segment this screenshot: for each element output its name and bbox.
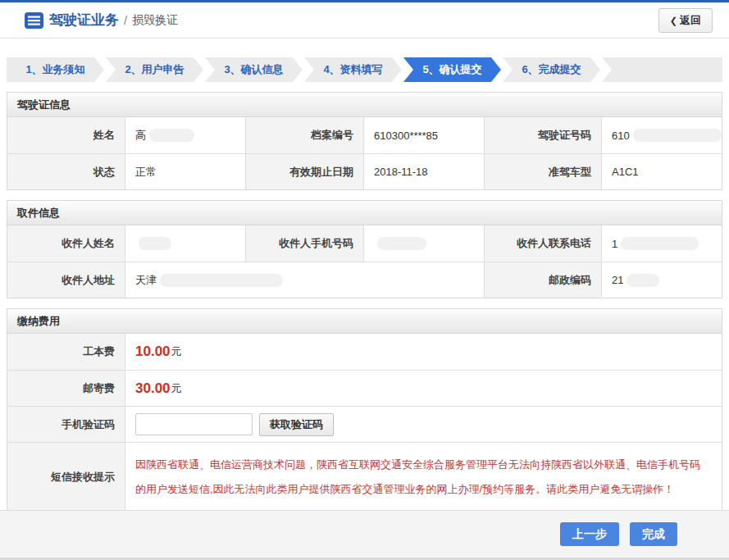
step-progress-bar: 1、业务须知 2、用户申告 3、确认信息 4、资料填写 5、确认提交 6、完成提… (7, 57, 722, 82)
step-5-label: 5、确认提交 (422, 62, 481, 77)
expiry-date-label: 有效期止日期 (246, 154, 364, 189)
vehicle-class-label: 准驾车型 (485, 154, 602, 189)
name-value: 高 (125, 117, 246, 153)
license-business-icon (25, 12, 43, 29)
sms-code-label: 手机验证码 (7, 407, 125, 442)
recipient-phone-value: 1 (602, 225, 722, 262)
redaction-blur (633, 129, 722, 142)
recipient-name-value (125, 225, 246, 262)
production-fee-label: 工本费 (7, 334, 125, 370)
vehicle-class-value: A1C1 (602, 154, 722, 189)
step-1-business-notice: 1、业务须知 (7, 57, 104, 82)
redaction-blur (139, 237, 171, 250)
step-3-label: 3、确认信息 (224, 62, 283, 77)
step-5-confirm-submit-active: 5、确认提交 (403, 57, 501, 82)
sms-code-row: 手机验证码 获取验证码 (7, 406, 722, 442)
sms-code-cell: 获取验证码 (125, 407, 722, 442)
recipient-address-value: 天津 (125, 262, 485, 298)
step-1-label: 1、业务须知 (25, 62, 84, 77)
status-label: 状态 (7, 154, 125, 189)
license-info-section: 驾驶证信息 姓名 高 档案编号 610300****85 驾驶证号码 610 状… (7, 92, 722, 190)
pickup-info-section: 取件信息 收件人姓名 收件人手机号码 收件人联系电话 1 收件人地址 天津 邮政… (7, 200, 722, 298)
recipient-mobile-value (364, 225, 485, 262)
footer-action-bar: 上一步 完成 (0, 510, 729, 558)
pickup-row-1: 收件人姓名 收件人手机号码 收件人联系电话 1 (7, 225, 722, 262)
step-6-label: 6、完成提交 (522, 62, 581, 77)
recipient-phone-label: 收件人联系电话 (485, 225, 602, 262)
production-fee-amount: 10.00 (135, 344, 171, 360)
sms-notice-text: 因陕西省联通、电信运营商技术问题，陕西省互联网交通安全综合服务管理平台无法向持陕… (135, 446, 722, 508)
license-row-1: 姓名 高 档案编号 610300****85 驾驶证号码 610 (7, 117, 722, 153)
payment-section-title: 缴纳费用 (7, 309, 722, 334)
license-section-title: 驾驶证信息 (7, 93, 722, 117)
step-4-label: 4、资料填写 (323, 62, 382, 77)
back-chevron-icon: ❮ (670, 16, 677, 25)
finish-button[interactable]: 完成 (630, 522, 677, 546)
get-sms-code-button[interactable]: 获取验证码 (259, 413, 334, 436)
postage-fee-amount: 30.00 (135, 380, 171, 397)
back-button-label: 返回 (680, 14, 701, 26)
postal-code-label: 邮政编码 (485, 262, 602, 298)
sms-notice-cell: 因陕西省联通、电信运营商技术问题，陕西省互联网交通安全综合服务管理平台无法向持陕… (125, 443, 722, 512)
sms-code-input[interactable] (135, 413, 253, 435)
step-2-label: 2、用户申告 (125, 62, 184, 77)
status-value: 正常 (125, 154, 246, 189)
production-fee-row: 工本费 10.00元 (7, 334, 722, 370)
license-number-value: 610 (602, 117, 722, 153)
recipient-mobile-label: 收件人手机号码 (246, 225, 364, 262)
step-6-complete-submit: 6、完成提交 (503, 57, 600, 82)
redaction-blur (621, 237, 699, 250)
production-fee-unit: 元 (171, 344, 182, 359)
page-header: 驾驶证业务 / 损毁换证 ❮返回 (0, 2, 729, 39)
payment-section: 缴纳费用 工本费 10.00元 邮寄费 30.00元 手机验证码 获取验证码 短… (7, 308, 722, 512)
redaction-blur (377, 237, 426, 250)
postal-code-value: 21 (602, 262, 722, 298)
step-3-confirm-info: 3、确认信息 (205, 57, 303, 82)
postage-fee-value: 30.00元 (125, 371, 722, 406)
back-button[interactable]: ❮返回 (658, 8, 713, 33)
step-2-user-declaration: 2、用户申告 (106, 57, 203, 82)
step-4-fill-data: 4、资料填写 (304, 57, 402, 82)
name-label: 姓名 (7, 117, 125, 153)
production-fee-value: 10.00元 (125, 334, 722, 370)
redaction-blur (160, 274, 283, 287)
recipient-name-label: 收件人姓名 (7, 225, 125, 262)
sms-notice-label: 短信接收提示 (7, 443, 125, 512)
previous-step-button[interactable]: 上一步 (560, 522, 619, 546)
redaction-blur (149, 129, 194, 142)
file-number-value: 610300****85 (364, 117, 485, 153)
expiry-date-value: 2018-11-18 (364, 154, 485, 189)
breadcrumb-separator: / (124, 13, 127, 27)
sms-notice-row: 短信接收提示 因陕西省联通、电信运营商技术问题，陕西省互联网交通安全综合服务管理… (7, 442, 722, 512)
file-number-label: 档案编号 (246, 117, 364, 153)
breadcrumb-current: 损毁换证 (132, 13, 178, 28)
postage-fee-unit: 元 (171, 381, 182, 396)
recipient-address-label: 收件人地址 (7, 262, 125, 298)
step-bar-filler (602, 57, 722, 82)
page-title: 驾驶证业务 (49, 11, 119, 30)
redaction-blur (626, 274, 659, 287)
postage-fee-row: 邮寄费 30.00元 (7, 370, 722, 406)
license-row-2: 状态 正常 有效期止日期 2018-11-18 准驾车型 A1C1 (7, 153, 722, 189)
pickup-section-title: 取件信息 (7, 201, 722, 225)
license-number-label: 驾驶证号码 (485, 117, 602, 153)
postage-fee-label: 邮寄费 (7, 371, 125, 406)
pickup-row-2: 收件人地址 天津 邮政编码 21 (7, 262, 722, 298)
